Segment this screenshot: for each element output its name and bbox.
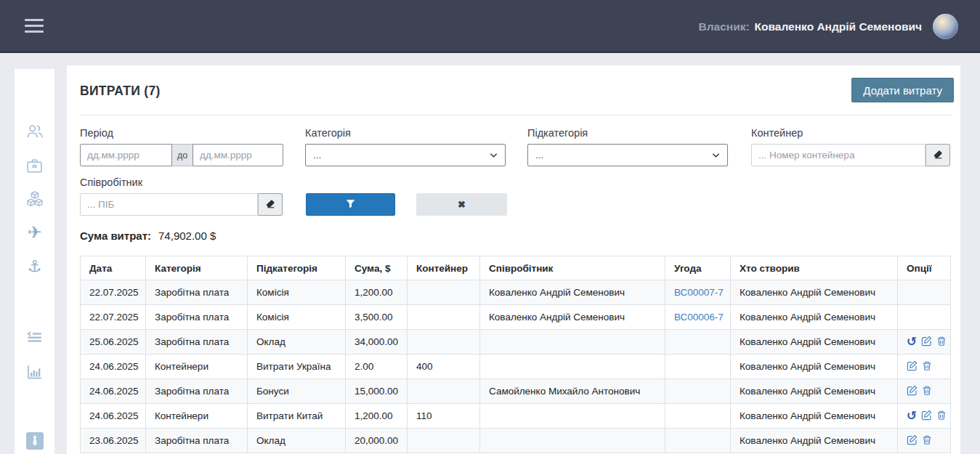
trash-icon (936, 336, 947, 349)
delete-button[interactable] (936, 410, 947, 423)
summary-value: 74,902.00 $ (158, 230, 216, 242)
delete-button[interactable] (936, 336, 947, 349)
sidebar-item-plane[interactable]: ✈ (15, 222, 54, 243)
chevron-down-icon (490, 150, 498, 161)
column-header-0: Дата (81, 256, 146, 280)
column-header-3: Сума, $ (346, 256, 408, 280)
subcategory-cell: Бонуси (248, 379, 346, 404)
category-select[interactable]: ... (305, 144, 506, 166)
created-by-cell: Коваленко Андрій Семенович (731, 404, 898, 429)
briefcase-icon (25, 157, 44, 175)
column-header-8: Опції (898, 256, 951, 280)
employee-input[interactable] (80, 193, 258, 216)
owner-label: Власник: (698, 20, 749, 33)
trash-icon (922, 360, 932, 373)
owner-info: Власник: Коваленко Андрій Семенович (698, 0, 922, 53)
summary-label: Сума витрат: (80, 230, 151, 242)
sidebar-item-user-tie[interactable] (15, 430, 54, 452)
history-button[interactable]: ↺ (907, 410, 917, 422)
date-cell: 24.06.2025 (81, 354, 146, 379)
subcategory-cell: Комісія (248, 280, 346, 305)
category-cell: Заробітна плата (146, 280, 248, 305)
agreement-cell (665, 404, 731, 429)
sidebar-item-bar-chart[interactable] (15, 361, 54, 383)
category-select-value: ... (313, 150, 321, 161)
history-icon: ↺ (907, 410, 917, 422)
agreement-cell (665, 330, 731, 354)
container-cell: 400 (408, 354, 480, 379)
subcategory-label: Підкатегорія (527, 127, 588, 139)
employee-clear-button[interactable] (258, 193, 283, 216)
edit-button[interactable] (921, 410, 932, 423)
container-input[interactable] (751, 144, 926, 166)
delete-button[interactable] (922, 385, 932, 398)
subcategory-cell: Витрати Китай (248, 404, 346, 429)
edit-button[interactable] (907, 360, 918, 373)
category-cell: Заробітна плата (146, 305, 248, 330)
options-cell (898, 379, 951, 404)
container-label: Контейнер (751, 127, 803, 139)
user-avatar[interactable] (933, 14, 958, 39)
agreement-cell: ВС00007-7 (665, 280, 731, 305)
employee-cell (480, 404, 665, 429)
sidebar-item-users[interactable] (15, 121, 54, 142)
apply-filter-button[interactable] (306, 193, 395, 216)
container-filter (751, 144, 950, 166)
bar-chart-icon (25, 363, 44, 381)
row-options: ↺ (907, 336, 941, 349)
agreement-cell (665, 429, 731, 453)
expenses-summary: Сума витрат: 74,902.00 $ (80, 230, 216, 242)
category-label: Категорія (305, 127, 351, 139)
edit-button[interactable] (921, 336, 932, 349)
employee-filter (80, 193, 283, 216)
page-title: ВИТРАТИ (7) (80, 84, 161, 99)
sidebar-item-list-indent[interactable] (15, 326, 54, 348)
trash-icon (922, 385, 932, 398)
row-options: ↺ (907, 410, 941, 423)
owner-name: Коваленко Андрій Семенович (755, 20, 922, 33)
add-expense-button[interactable]: Додати витрату (851, 78, 954, 102)
created-by-cell: Коваленко Андрій Семенович (731, 429, 898, 453)
edit-icon (921, 410, 932, 423)
trash-icon (936, 410, 947, 423)
agreement-link[interactable]: ВС00007-7 (674, 287, 724, 298)
period-from-input[interactable] (80, 144, 172, 166)
eraser-icon (265, 198, 276, 211)
app-window: Власник: Коваленко Андрій Семенович ✈⚓ В… (0, 0, 980, 454)
sum-cell: 34,000.00 (346, 330, 408, 354)
category-cell: Контейнери (146, 354, 248, 379)
x-icon: ✖ (458, 199, 466, 210)
sidebar-item-briefcase[interactable] (15, 155, 54, 177)
sum-cell: 3,500.00 (346, 305, 408, 330)
users-icon (25, 122, 44, 141)
history-button[interactable]: ↺ (907, 336, 917, 348)
delete-button[interactable] (922, 434, 932, 447)
topbar: Власник: Коваленко Андрій Семенович (0, 0, 980, 53)
category-cell: Заробітна плата (146, 429, 248, 453)
sum-cell: 15,000.00 (346, 379, 408, 404)
plane-icon: ✈ (27, 224, 41, 241)
edit-icon (907, 385, 918, 398)
column-header-5: Співробітник (480, 256, 665, 280)
table-row: 24.06.2025Заробітна платаБонуси15,000.00… (81, 379, 951, 404)
reset-filter-button[interactable]: ✖ (416, 193, 507, 216)
agreement-link[interactable]: ВС00006-7 (674, 312, 724, 323)
sidebar-item-anchor[interactable]: ⚓ (15, 256, 54, 277)
sidebar-item-cubes[interactable] (15, 188, 54, 210)
period-to-input[interactable] (193, 144, 283, 166)
delete-button[interactable] (922, 360, 932, 373)
subcategory-select[interactable]: ... (527, 144, 728, 166)
options-cell (898, 429, 951, 453)
container-cell: 110 (408, 404, 480, 429)
edit-icon (921, 336, 932, 349)
hamburger-menu-icon[interactable] (25, 19, 44, 33)
edit-button[interactable] (907, 434, 918, 447)
agreement-cell: ВС00006-7 (665, 305, 731, 330)
expenses-table: ДатаКатегоріяПідкатегоріяСума, $Контейне… (80, 256, 951, 453)
employee-cell (480, 354, 665, 379)
user-tie-icon (26, 432, 44, 450)
row-options (907, 434, 941, 447)
employee-label: Співробітник (80, 177, 142, 188)
container-clear-button[interactable] (926, 144, 950, 166)
edit-button[interactable] (907, 385, 918, 398)
